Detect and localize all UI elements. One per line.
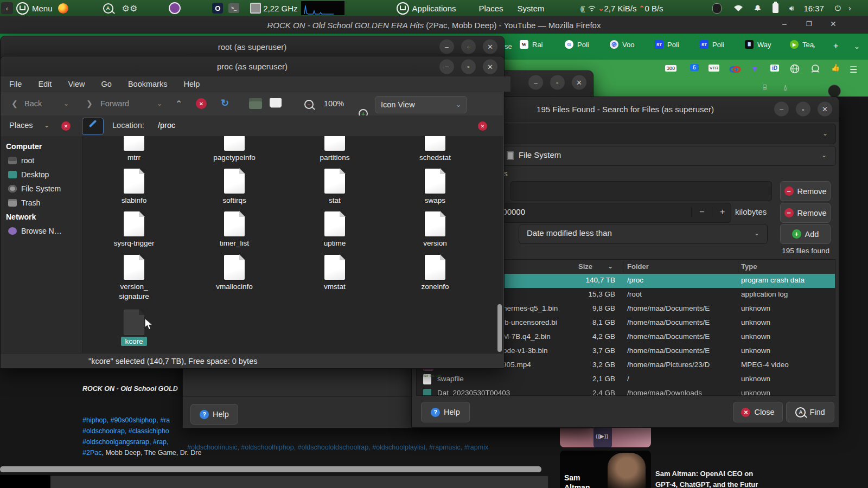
location-value[interactable]: /proc	[158, 121, 175, 130]
sidebar-item-root[interactable]: root	[1, 153, 82, 168]
file-item-uptime[interactable]: uptime	[287, 211, 382, 248]
system-menu[interactable]: System	[518, 4, 545, 13]
new-tab-button[interactable]: +	[833, 41, 838, 51]
view-mode-dropdown[interactable]: Icon View⌄	[375, 96, 467, 113]
tab-wordpress[interactable]: ⓌVoo	[610, 40, 650, 49]
close-button[interactable]: ✕	[572, 75, 586, 90]
places-menu[interactable]: Places	[478, 4, 503, 13]
hashtags-line-3-continued[interactable]: #oldschoolmusic, #oldschoolhiphop, #olds…	[187, 444, 529, 451]
file-item-version-signature[interactable]: version_signature	[86, 255, 182, 301]
tab-scroll-right-icon[interactable]: ›	[813, 42, 815, 50]
clock[interactable]: 16:37	[803, 4, 824, 13]
close-sidebar-icon[interactable]: ✕	[61, 121, 71, 131]
forward-chevron-icon[interactable]: ❯	[86, 99, 93, 108]
suggested-video-title-2[interactable]: GPT-4, ChatGPT, and the Futur	[655, 480, 758, 488]
sidebar-item-desktop[interactable]: Desktop	[1, 168, 82, 182]
add-rule-button[interactable]: + Add	[780, 224, 831, 244]
person-bookmark-icon[interactable]: ⍙	[783, 84, 787, 91]
maximize-button[interactable]: ▫	[461, 40, 476, 54]
minimize-button[interactable]: –	[439, 40, 454, 54]
firefox-launcher-icon[interactable]	[58, 3, 68, 14]
wifi-tray-icon[interactable]	[733, 4, 743, 12]
file-item-zoneinfo[interactable]: zoneinfo	[387, 255, 483, 292]
menu-view[interactable]: View	[67, 78, 86, 91]
search-close-button[interactable]: ✕ Close	[733, 402, 783, 422]
onion-browser-icon[interactable]: O	[212, 3, 223, 14]
tab-teal-play[interactable]: ▶Tea	[790, 40, 831, 49]
file-item-slabinfo[interactable]: slabinfo	[86, 169, 182, 206]
badge-300[interactable]: 300	[665, 65, 676, 72]
reload-icon[interactable]: ↻	[221, 97, 229, 109]
spin-increment-button[interactable]: +	[712, 207, 725, 217]
dialog-help-button[interactable]: ? Help	[190, 404, 238, 425]
column-header-type[interactable]: Type	[741, 262, 757, 271]
file-item-swaps[interactable]: swaps	[387, 169, 483, 206]
file-item-vmallocinfo[interactable]: vmallocinfo	[187, 255, 282, 292]
panel-left-chevron-icon[interactable]: ‹	[1, 2, 13, 14]
badge-6[interactable]: 6	[690, 64, 699, 71]
chevron-down-icon[interactable]: ⌄	[44, 121, 49, 129]
id-icon[interactable]: iD	[770, 65, 779, 72]
root-window-titlebar[interactable]: root (as superuser) – ▫ ✕	[1, 36, 504, 57]
back-chevron-icon[interactable]: ❮	[11, 99, 18, 108]
link-icon[interactable]	[729, 64, 741, 75]
terminal-launcher-icon[interactable]: >_	[228, 3, 239, 13]
home-folder-icon[interactable]	[249, 98, 262, 109]
contains-text-input[interactable]	[510, 181, 772, 201]
tab-wikipedia[interactable]: WRai	[520, 40, 560, 49]
tab-wayback[interactable]: ⅢWay	[745, 40, 786, 49]
maximize-button[interactable]: ▫	[796, 102, 810, 117]
menu-edit[interactable]: Edit	[37, 78, 53, 91]
tab-list-dropdown-icon[interactable]: ⌄	[854, 42, 860, 50]
mint-menu-button[interactable]: Menu	[16, 2, 53, 15]
remove-text-rule-button[interactable]: − Remove	[780, 181, 831, 201]
sidebar-item-filesystem[interactable]: File System	[1, 182, 82, 196]
back-dropdown-icon[interactable]: ⌄	[63, 100, 69, 107]
firefox-titlebar[interactable]: ROCK ON - Old School GOLDEN ERA Hits (2P…	[0, 16, 868, 34]
file-item-softirqs[interactable]: softirqs	[187, 169, 282, 206]
power-icon[interactable]: ⏻	[835, 4, 841, 13]
microphone-tray-icon[interactable]	[712, 3, 722, 14]
firefox-close-button[interactable]: ✕	[830, 20, 837, 28]
search-find-button[interactable]: A Find	[786, 402, 834, 422]
notifications-bell-icon[interactable]: 🔔︎	[754, 4, 762, 12]
avatar[interactable]	[828, 85, 841, 98]
screen-bookmark-icon[interactable]: ⌸	[763, 84, 767, 91]
menu-help[interactable]: Help	[182, 78, 201, 91]
result-row-clipped[interactable]: Dat_20230530T00403 2,4 GB /home/maa/Down…	[417, 387, 835, 396]
suggested-video-title-1[interactable]: Sam Altman: OpenAI CEO on	[655, 470, 753, 478]
tab-rt-1[interactable]: RTPoli	[655, 40, 695, 49]
close-button[interactable]: ✕	[483, 59, 497, 74]
tab-google[interactable]: GPoli	[565, 40, 605, 49]
minimize-button[interactable]: –	[439, 59, 454, 74]
minimize-button[interactable]: –	[528, 75, 543, 90]
hashtags-line-3[interactable]: #oldschoolgangsrarap, #rap,	[82, 438, 168, 446]
file-item-vmstat[interactable]: vmstat	[287, 255, 382, 292]
hamburger-menu-icon[interactable]: ☰	[850, 65, 857, 75]
network-upload-rate[interactable]: 0 B/s	[644, 4, 663, 13]
file-item-kcore-selected[interactable]: kcore	[86, 310, 182, 346]
file-item-timer-list[interactable]: timer_list	[187, 211, 282, 248]
menu-file[interactable]: File	[8, 78, 23, 91]
video-thumbnail-sam[interactable]: Sam Altman	[560, 451, 651, 488]
hashtags-line-1[interactable]: #hiphop, #90s00shiphop, #ra	[82, 416, 170, 424]
vertical-scrollbar[interactable]	[497, 304, 502, 352]
hashtags-line-2[interactable]: #oldschoolrap, #classichipho	[82, 427, 169, 435]
forward-button[interactable]: Forward	[100, 99, 129, 108]
minimize-button[interactable]: –	[774, 102, 789, 117]
cpu-graph[interactable]	[301, 1, 344, 15]
sidebar-item-browse-network[interactable]: Browse N…	[1, 224, 82, 238]
tab-fragment[interactable]: se	[505, 42, 512, 50]
edit-location-toggle[interactable]	[82, 118, 104, 135]
maximize-button[interactable]: ▫	[550, 75, 565, 90]
clear-location-icon[interactable]: ✕	[478, 121, 487, 131]
file-item-partitions[interactable]: partitions	[287, 136, 382, 163]
sidebar-item-trash[interactable]: Trash	[1, 196, 82, 210]
file-item-schedstat[interactable]: schedstat	[387, 136, 483, 163]
network-download-rate[interactable]: 2,7 KiB/s	[604, 4, 636, 13]
settings-gears-icon[interactable]: ⚙⚙	[122, 3, 138, 14]
file-item-mtrr[interactable]: mtrr	[86, 136, 182, 163]
vtr-icon[interactable]: VTR	[709, 65, 719, 72]
file-item-version[interactable]: version	[387, 211, 483, 248]
up-icon[interactable]: ⌃	[175, 99, 182, 109]
